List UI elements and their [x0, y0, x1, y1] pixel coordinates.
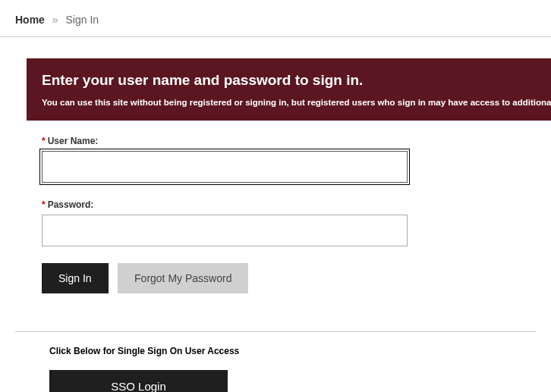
password-input[interactable]: [42, 215, 408, 246]
breadcrumb: Home » Sign In: [0, 0, 551, 37]
breadcrumb-current: Sign In: [65, 14, 99, 26]
username-group: *User Name:: [42, 136, 551, 183]
breadcrumb-home-link[interactable]: Home: [15, 14, 45, 26]
sso-section: Click Below for Single Sign On User Acce…: [0, 346, 551, 392]
sso-login-button[interactable]: SSO Login: [49, 370, 228, 392]
button-row: Sign In Forgot My Password: [42, 263, 551, 293]
signin-banner: Enter your user name and password to sig…: [27, 58, 551, 121]
signin-form: *User Name: *Password: Sign In Forgot My…: [0, 121, 551, 293]
password-label: *Password:: [42, 199, 551, 210]
forgot-password-button[interactable]: Forgot My Password: [118, 263, 248, 293]
password-label-text: Password:: [48, 199, 94, 210]
username-label: *User Name:: [42, 136, 551, 146]
username-label-text: User Name:: [48, 136, 99, 146]
password-group: *Password:: [42, 199, 551, 246]
sign-in-button[interactable]: Sign In: [42, 263, 109, 293]
required-mark: *: [42, 199, 46, 210]
section-divider: [15, 331, 536, 332]
banner-heading: Enter your user name and password to sig…: [42, 72, 536, 89]
banner-subtext: You can use this site without being regi…: [42, 96, 536, 108]
sso-prompt: Click Below for Single Sign On User Acce…: [49, 346, 551, 356]
breadcrumb-separator: »: [52, 14, 58, 26]
username-input[interactable]: [42, 151, 408, 183]
required-mark: *: [42, 136, 46, 146]
